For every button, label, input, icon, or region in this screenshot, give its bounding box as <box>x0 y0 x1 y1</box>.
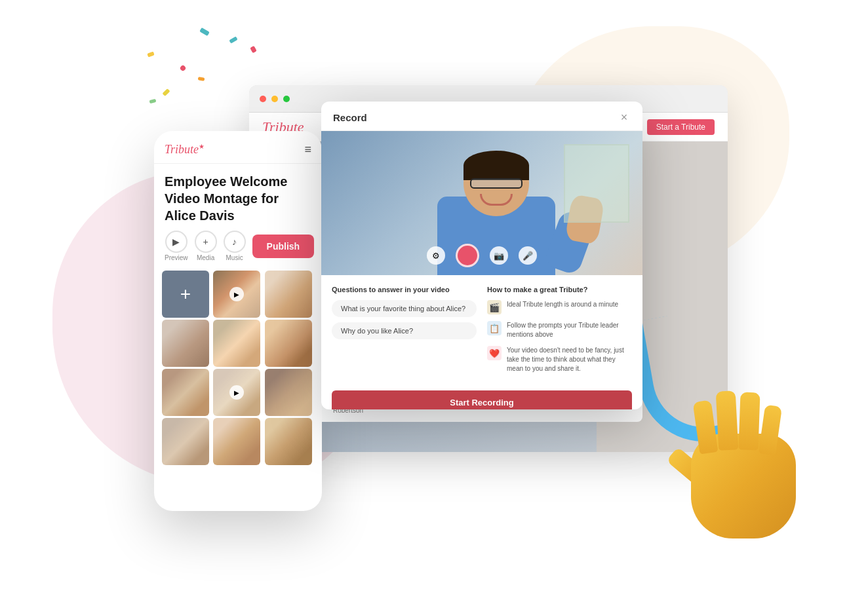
tip-text-1: Ideal Tribute length is around a minute <box>507 300 618 309</box>
add-icon: + <box>180 284 191 305</box>
start-recording-btn[interactable]: Start Recording <box>332 390 632 409</box>
mobile-page-title: Employee Welcome Video Montage for Alice… <box>154 164 322 231</box>
modal-title: Record <box>333 112 367 123</box>
tip-text-3: Your video doesn't need to be fancy, jus… <box>507 346 632 373</box>
video-thumb-5[interactable] <box>265 320 312 367</box>
questions-column: Questions to answer in your video What i… <box>332 286 477 380</box>
mobile-action-bar: ▶ Preview + Media ♪ Music Publish <box>154 231 322 271</box>
confetti-6 <box>162 88 170 96</box>
record-button[interactable] <box>456 244 479 267</box>
confetti-2 <box>147 51 154 57</box>
browser-dot-red <box>260 96 266 102</box>
tip-icon-1: 🎬 <box>487 300 502 314</box>
modal-header: Record × <box>321 102 642 131</box>
hand-body <box>684 381 816 538</box>
music-btn[interactable]: ♪ <box>224 231 246 253</box>
confetti-1 <box>199 28 210 36</box>
tip-1: 🎬 Ideal Tribute length is around a minut… <box>487 300 632 314</box>
media-label: Media <box>197 254 214 261</box>
tip-icon-3: ❤️ <box>487 346 502 360</box>
preview-action: ▶ Preview <box>165 231 188 261</box>
hamburger-menu-icon[interactable]: ≡ <box>304 143 311 157</box>
video-thumb-6[interactable] <box>162 369 209 416</box>
question-2: Why do you like Alice? <box>332 322 477 339</box>
camera-icon[interactable]: 📷 <box>490 246 508 265</box>
video-thumb-3[interactable] <box>162 320 209 367</box>
browser-dot-yellow <box>271 96 278 102</box>
video-thumb-10[interactable] <box>213 418 260 465</box>
music-label: Music <box>226 254 243 261</box>
tip-3: ❤️ Your video doesn't need to be fancy, … <box>487 346 632 373</box>
finger-2 <box>716 390 739 450</box>
settings-icon[interactable]: ⚙ <box>427 246 445 265</box>
waving-hand <box>684 381 829 552</box>
confetti-7 <box>250 46 257 53</box>
start-tribute-btn[interactable]: Start a Tribute <box>647 119 715 135</box>
confetti-5 <box>198 77 205 81</box>
confetti-3 <box>179 64 186 71</box>
glasses <box>470 178 523 189</box>
video-controls: ⚙ 📷 🎤 <box>427 244 537 267</box>
tips-column: How to make a great Tribute? 🎬 Ideal Tri… <box>487 286 632 380</box>
video-thumb-1[interactable]: ▶ <box>213 271 260 318</box>
smile <box>480 194 513 206</box>
media-action: + Media <box>195 231 217 261</box>
tip-2: 📋 Follow the prompts your Tribute leader… <box>487 321 632 339</box>
tip-icon-2: 📋 <box>487 321 502 335</box>
modal-close-btn[interactable]: × <box>618 111 631 124</box>
head <box>464 151 529 216</box>
hair <box>464 151 529 180</box>
play-overlay-1: ▶ <box>229 287 244 301</box>
tips-heading: How to make a great Tribute? <box>487 286 632 293</box>
video-thumb-8[interactable] <box>265 369 312 416</box>
modal-body: Questions to answer in your video What i… <box>321 275 642 390</box>
window-bg <box>564 144 629 223</box>
media-btn[interactable]: + <box>195 231 217 253</box>
mobile-mockup: Tribute★ ≡ Employee Welcome Video Montag… <box>154 131 322 511</box>
play-overlay-7: ▶ <box>229 385 244 400</box>
mobile-header: Tribute★ ≡ <box>154 131 322 164</box>
video-grid: + ▶ ▶ <box>154 271 322 465</box>
add-video-btn[interactable]: + <box>162 271 209 318</box>
tip-text-2: Follow the prompts your Tribute leader m… <box>507 321 632 339</box>
confetti-4 <box>229 36 237 43</box>
publish-button[interactable]: Publish <box>252 235 315 258</box>
questions-heading: Questions to answer in your video <box>332 286 477 293</box>
video-thumb-2[interactable] <box>265 271 312 318</box>
preview-btn[interactable]: ▶ <box>165 231 187 253</box>
video-thumb-4[interactable] <box>213 320 260 367</box>
question-1: What is your favorite thing about Alice? <box>332 300 477 317</box>
video-thumb-11[interactable] <box>265 418 312 465</box>
mic-icon[interactable]: 🎤 <box>519 246 537 265</box>
video-preview: ⚙ 📷 🎤 <box>321 131 642 275</box>
mobile-logo-text: Tribute <box>165 143 199 156</box>
preview-label: Preview <box>165 254 188 261</box>
record-modal: Record × ⚙ 📷 <box>321 102 642 409</box>
browser-dot-green <box>283 96 290 102</box>
finger-3 <box>738 392 760 451</box>
modal-footer: Start Recording <box>321 390 642 409</box>
confetti-8 <box>149 99 157 104</box>
mobile-logo: Tribute★ <box>165 143 205 157</box>
video-thumb-7[interactable]: ▶ <box>213 369 260 416</box>
video-thumb-9[interactable] <box>162 418 209 465</box>
music-action: ♪ Music <box>224 231 246 261</box>
